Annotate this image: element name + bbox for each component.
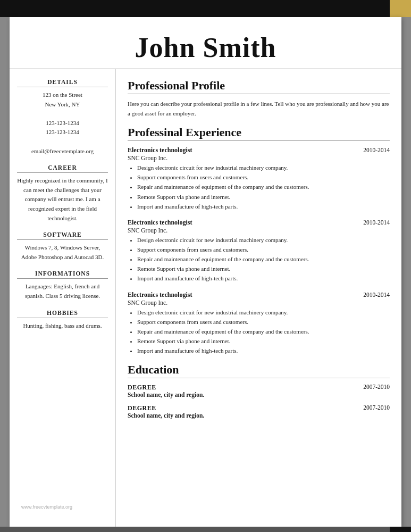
page-wrapper: John Smith DETAILS 123 on the Street New… — [0, 0, 411, 532]
edu-entry-1: DEGREE 2007-2010 School name, city and r… — [128, 384, 390, 398]
edu-years-2: 2007-2010 — [363, 404, 390, 412]
profile-text: Here you can describe your professional … — [128, 99, 390, 118]
job-entry-1: Electronics technologist 2010-2014 SNC G… — [128, 146, 390, 211]
job-years-1: 2010-2014 — [363, 147, 390, 153]
duty-2-4: Remote Support via phone and internet. — [137, 264, 390, 273]
software-title: SOFTWARE — [17, 231, 108, 240]
address-line1: 123 on the Street — [17, 90, 108, 100]
edu-degree-2: DEGREE — [128, 404, 156, 412]
experience-title: Professinal Experience — [128, 126, 390, 139]
details-content: 123 on the Street New York, NY 123-123-1… — [17, 90, 108, 156]
job-duties-3: Design electronic circuit for new indust… — [128, 307, 390, 356]
duty-2-2: Support components from users and custom… — [137, 245, 390, 254]
hobbies-section: HOBBIES Hunting, fishing, bass and drums… — [17, 310, 108, 331]
edu-school-2: School name, city and region. — [128, 412, 390, 419]
edu-header-1: DEGREE 2007-2010 — [128, 384, 390, 392]
address-line2: New York, NY — [17, 100, 108, 110]
phone2: 123-123-1234 — [17, 128, 108, 137]
informations-content: Languages: English, french and spanish. … — [17, 282, 108, 301]
job-entry-3: Electronics technologist 2010-2014 SNC G… — [128, 291, 390, 356]
job-duties-2: Design electronic circuit for new indust… — [128, 235, 390, 284]
duty-3-5: Import and manufacture of high-tech part… — [137, 346, 390, 355]
hobbies-title: HOBBIES — [17, 310, 108, 318]
duty-3-3: Repair and maintenance of equipment of t… — [137, 327, 390, 336]
job-company-2: SNC Group Inc. — [128, 227, 390, 234]
job-title-1: Electronics technologist — [128, 146, 192, 154]
resume-header: John Smith — [10, 17, 401, 69]
edu-entry-2: DEGREE 2007-2010 School name, city and r… — [128, 404, 390, 419]
job-title-3: Electronics technologist — [128, 291, 192, 299]
duty-3-1: Design electronic circuit for new indust… — [137, 307, 390, 317]
profile-title: Professional Profile — [128, 79, 390, 93]
job-company-3: SNC Group Inc. — [128, 300, 390, 306]
watermark: www.freecvtemplate.org — [21, 504, 72, 510]
informations-title: INFORMATIONS — [17, 270, 108, 279]
resume-page: John Smith DETAILS 123 on the Street New… — [10, 17, 401, 527]
software-section: SOFTWARE Windows 7, 8, Windows Server, A… — [17, 231, 108, 262]
job-header-1: Electronics technologist 2010-2014 — [128, 146, 390, 154]
job-entry-2: Electronics technologist 2010-2014 SNC G… — [128, 219, 390, 284]
job-years-3: 2010-2014 — [363, 292, 390, 298]
informations-section: INFORMATIONS Languages: English, french … — [17, 270, 108, 301]
education-divider — [128, 378, 390, 378]
bottom-bar — [0, 527, 411, 532]
duty-2-1: Design electronic circuit for new indust… — [137, 235, 390, 245]
job-company-1: SNC Group Inc. — [128, 155, 390, 161]
top-bar — [0, 0, 411, 17]
profile-divider — [128, 94, 390, 94]
duty-1-2: Support components from users and custom… — [137, 172, 390, 182]
email: email@freecvtemplate.org — [17, 147, 108, 156]
duty-3-2: Support components from users and custom… — [137, 317, 390, 327]
duty-2-3: Repair and maintenance of equipment of t… — [137, 254, 390, 264]
hobbies-content: Hunting, fishing, bass and drums. — [17, 321, 108, 331]
career-title: CAREER — [17, 164, 108, 173]
job-title-2: Electronics technologist — [128, 219, 192, 227]
duty-1-5: Import and manufacture of high-tech part… — [137, 202, 390, 211]
duty-1-1: Design electronic circuit for new indust… — [137, 163, 390, 172]
edu-years-1: 2007-2010 — [363, 384, 390, 392]
experience-section: Professinal Experience Electronics techn… — [128, 126, 390, 355]
main-content: Professional Profile Here you can descri… — [116, 69, 401, 527]
software-content: Windows 7, 8, Windows Server, Adobe Phot… — [17, 243, 108, 262]
bottom-bar-black-accent — [390, 527, 411, 532]
career-section: CAREER Highly recognized in the communit… — [17, 164, 108, 223]
edu-degree-1: DEGREE — [128, 384, 156, 392]
details-section: DETAILS 123 on the Street New York, NY 1… — [17, 79, 108, 156]
education-section: Education DEGREE 2007-2010 School name, … — [128, 363, 390, 419]
job-years-2: 2010-2014 — [363, 219, 390, 226]
job-header-2: Electronics technologist 2010-2014 — [128, 219, 390, 227]
edu-header-2: DEGREE 2007-2010 — [128, 404, 390, 412]
job-header-3: Electronics technologist 2010-2014 — [128, 291, 390, 299]
resume-body: DETAILS 123 on the Street New York, NY 1… — [10, 69, 401, 527]
profile-section: Professional Profile Here you can descri… — [128, 79, 390, 118]
duty-1-3: Repair and maintenance of equipment of t… — [137, 182, 390, 192]
edu-school-1: School name, city and region. — [128, 392, 390, 398]
duty-1-4: Remote Support via phone and internet. — [137, 192, 390, 202]
duty-2-5: Import and manufacture of high-tech part… — [137, 273, 390, 283]
education-title: Education — [128, 363, 390, 377]
career-content: Highly recognized in the community, I ca… — [17, 176, 108, 223]
experience-divider — [128, 140, 390, 141]
details-title: DETAILS — [17, 79, 108, 87]
sidebar: DETAILS 123 on the Street New York, NY 1… — [10, 69, 116, 527]
top-bar-gold-accent — [390, 0, 411, 17]
phone1: 123-123-1234 — [17, 119, 108, 128]
job-duties-1: Design electronic circuit for new indust… — [128, 163, 390, 211]
candidate-name: John Smith — [20, 32, 391, 63]
duty-3-4: Remote Support via phone and internet. — [137, 336, 390, 346]
